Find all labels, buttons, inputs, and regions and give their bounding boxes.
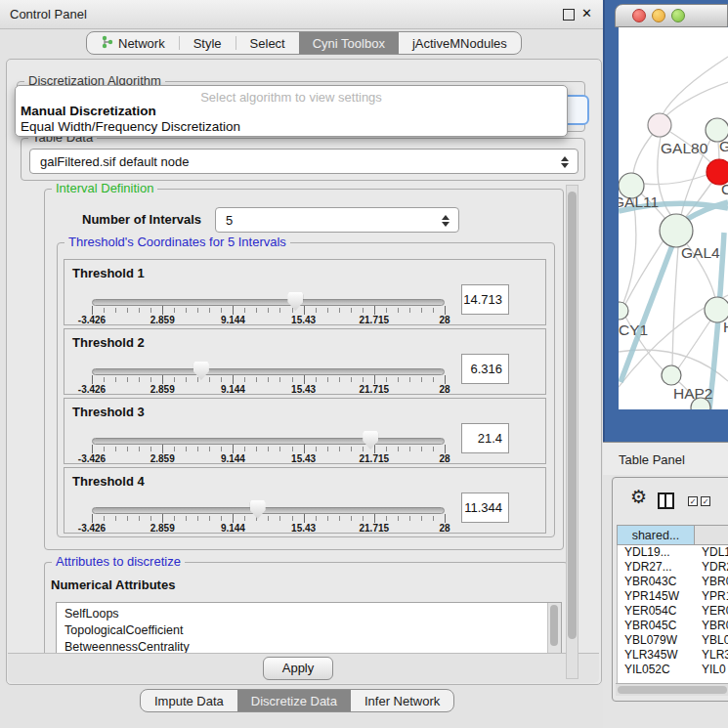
table-horizontal-scrollbar[interactable]	[616, 683, 728, 696]
zoom-traffic-light-icon[interactable]	[671, 9, 685, 22]
network-node-gal80[interactable]	[648, 113, 671, 137]
network-canvas[interactable]: GAL80GACGAL11GAL4GCY1HHAP2	[619, 27, 728, 409]
list-item[interactable]: SelfLoops	[57, 606, 561, 622]
tab-infer-network[interactable]: Infer Network	[351, 690, 453, 711]
slider-major-tick	[445, 375, 446, 384]
network-node-gcy1[interactable]	[619, 302, 628, 320]
attributes-group-title: Attributes to discretize	[52, 554, 185, 569]
table-rows[interactable]: YDL19...YDL1YDR27...YDR2YBR043CYBR0YPR14…	[617, 545, 728, 683]
float-window-icon[interactable]	[563, 9, 575, 21]
table-data-group: Table Data galFiltered.sif default node	[21, 138, 585, 181]
slider-major-tick	[233, 306, 234, 315]
column-header-name[interactable]: name	[694, 525, 728, 545]
threshold-row: Threshold 3-3.4262.8599.14415.4321.71528…	[64, 398, 546, 464]
tab-network[interactable]: Network	[87, 32, 179, 54]
tab-discretize-data[interactable]: Discretize Data	[237, 690, 351, 711]
interval-definition-group: Interval Definition Number of Intervals …	[44, 189, 564, 550]
slider-major-tick	[92, 514, 93, 523]
shared-name-cell: YLR345W	[624, 648, 678, 662]
network-node-gal4[interactable]	[660, 214, 693, 247]
table-data-combo[interactable]: galFiltered.sif default node	[29, 149, 578, 174]
slider-major-tick	[445, 445, 446, 453]
slider-tick-label: 15.43	[291, 384, 316, 395]
table-row[interactable]: YBL079WYBL0	[618, 633, 728, 648]
table-row[interactable]: YIL052CYIL0	[618, 663, 728, 677]
name-cell: YBL0	[702, 633, 728, 647]
slider-tick-label: 21.715	[360, 523, 390, 534]
table-row[interactable]: YPR145WYPR1	[618, 589, 728, 604]
network-graph: GAL80GACGAL11GAL4GCY1HHAP2	[619, 27, 728, 409]
slider-major-tick	[92, 445, 93, 453]
threshold-value-field[interactable]: 6.316	[461, 354, 509, 384]
slider-major-tick	[445, 306, 446, 315]
node-label: H	[723, 319, 728, 335]
tab-select[interactable]: Select	[236, 32, 299, 54]
slider-major-tick	[304, 306, 305, 315]
close-icon[interactable]: ✕	[581, 6, 592, 21]
slider-tick-label: 9.144	[221, 453, 245, 464]
number-of-intervals-combo[interactable]: 5	[215, 207, 459, 233]
tab-impute-data[interactable]: Impute Data	[141, 690, 237, 711]
apply-button[interactable]: Apply	[263, 657, 333, 680]
threshold-value-field[interactable]: 11.344	[461, 492, 509, 523]
minimize-traffic-light-icon[interactable]	[652, 9, 665, 22]
slider-tick-label: 15.43	[291, 315, 316, 325]
node-label: GAL4	[681, 244, 720, 261]
name-cell: YLR3	[702, 648, 728, 662]
combo-arrows-icon	[561, 155, 569, 169]
threshold-value-field[interactable]: 21.4	[461, 423, 509, 453]
panel-scrollbar[interactable]	[566, 185, 578, 679]
control-panel: Control Panel ✕ NetworkStyleSelectCyni T…	[0, 0, 603, 728]
slider-tick-label: -3.426	[78, 453, 106, 464]
slider-major-tick	[304, 514, 305, 523]
tab-label: Discretize Data	[251, 694, 337, 708]
table-row[interactable]: YBR043CYBR0	[618, 575, 728, 589]
attributes-group: Attributes to discretize Numerical Attri…	[44, 562, 568, 656]
combo-arrows-icon	[442, 214, 450, 228]
tab-jactivemnodules[interactable]: jActiveMNodules	[399, 32, 521, 54]
slider-major-tick	[445, 514, 446, 523]
slider-tick-label: 15.43	[291, 453, 316, 464]
list-item[interactable]: TopologicalCoefficient	[57, 622, 561, 639]
slider-major-tick	[92, 306, 93, 315]
thresholds-group-title: Threshold's Coordinates for 5 Intervals	[64, 235, 290, 249]
close-traffic-light-icon[interactable]	[632, 9, 646, 22]
popup-item-manual-discretization[interactable]: Manual Discretization	[21, 104, 156, 118]
checked-box-icon[interactable]: ✓	[688, 496, 698, 506]
numerical-attributes-list[interactable]: SelfLoopsTopologicalCoefficientBetweenne…	[56, 602, 562, 659]
slider-track[interactable]	[92, 507, 445, 514]
table-row[interactable]: YDL19...YDL1	[618, 545, 728, 560]
slider-track[interactable]	[92, 438, 445, 445]
slider-tick-label: 15.43	[291, 523, 316, 534]
tab-cyni-toolbox[interactable]: Cyni Toolbox	[299, 32, 399, 54]
control-panel-title: Control Panel	[10, 7, 87, 21]
threshold-label: Threshold 3	[72, 405, 145, 419]
threshold-value-field[interactable]: 14.713	[461, 284, 509, 315]
table-row[interactable]: YLR345WYLR3	[618, 648, 728, 663]
tab-style[interactable]: Style	[180, 32, 236, 54]
network-node-hap2[interactable]	[662, 365, 681, 385]
popup-item-equal-width-frequency[interactable]: Equal Width/Frequency Discretization	[21, 119, 240, 134]
gear-icon[interactable]: ⚙	[630, 486, 647, 508]
column-header-shared-name[interactable]: shared...	[617, 525, 695, 545]
slider-tick-label: -3.426	[78, 523, 106, 534]
slider-tick-label: 28	[439, 453, 450, 464]
table-row[interactable]: YER054CYER0	[618, 604, 728, 619]
node-label: GAL80	[661, 140, 708, 156]
checked-box-icon[interactable]: ✓	[701, 496, 710, 506]
slider-track[interactable]	[92, 299, 445, 306]
tab-label: Cyni Toolbox	[313, 36, 385, 51]
node-label: GA	[719, 138, 728, 154]
attributes-scrollbar[interactable]	[547, 603, 561, 658]
table-row[interactable]: YBR045CYBR0	[618, 619, 728, 633]
table-row[interactable]: YDR27...YDR2	[618, 560, 728, 575]
slider-minor-ticks	[92, 447, 446, 451]
slider-tick-label: 28	[439, 384, 450, 395]
slider-major-tick	[233, 445, 234, 453]
slider-minor-ticks	[92, 308, 446, 313]
attribute-items: SelfLoopsTopologicalCoefficientBetweenne…	[57, 603, 561, 656]
split-columns-icon[interactable]	[658, 492, 674, 509]
slider-major-tick	[374, 375, 375, 384]
node-label: HAP2	[673, 385, 713, 402]
slider-track[interactable]	[92, 368, 445, 375]
